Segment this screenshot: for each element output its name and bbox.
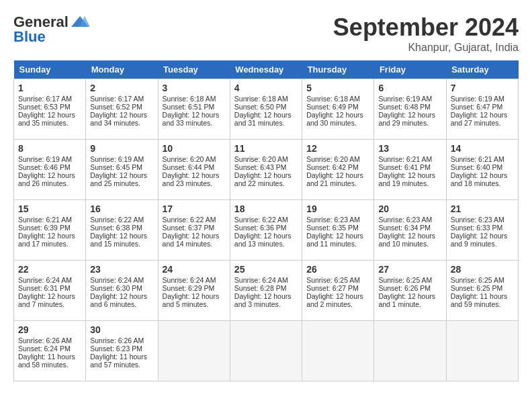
logo-blue: Blue (13, 28, 46, 46)
table-row: 6Sunrise: 6:19 AMSunset: 6:48 PMDaylight… (374, 79, 446, 140)
logo: General Blue (13, 13, 91, 46)
table-row (302, 321, 374, 381)
table-row: 29Sunrise: 6:26 AMSunset: 6:24 PMDayligh… (14, 321, 86, 381)
table-row: 1Sunrise: 6:17 AMSunset: 6:53 PMDaylight… (14, 79, 86, 140)
table-row: 2Sunrise: 6:17 AMSunset: 6:52 PMDaylight… (86, 79, 158, 140)
col-monday: Monday (86, 60, 158, 79)
col-wednesday: Wednesday (230, 60, 302, 79)
table-row (446, 321, 518, 381)
table-row: 16Sunrise: 6:22 AMSunset: 6:38 PMDayligh… (86, 200, 158, 261)
table-row: 8Sunrise: 6:19 AMSunset: 6:46 PMDaylight… (14, 140, 86, 200)
col-tuesday: Tuesday (158, 60, 230, 79)
logo-icon (70, 15, 90, 30)
table-row: 5Sunrise: 6:18 AMSunset: 6:49 PMDaylight… (302, 79, 374, 140)
header-row: Sunday Monday Tuesday Wednesday Thursday… (14, 60, 519, 79)
table-row: 20Sunrise: 6:23 AMSunset: 6:34 PMDayligh… (374, 200, 446, 261)
table-row: 14Sunrise: 6:21 AMSunset: 6:40 PMDayligh… (446, 140, 518, 200)
table-row: 19Sunrise: 6:23 AMSunset: 6:35 PMDayligh… (302, 200, 374, 261)
page-header: General Blue September 2024 Khanpur, Guj… (13, 13, 519, 54)
table-row: 7Sunrise: 6:19 AMSunset: 6:47 PMDaylight… (446, 79, 518, 140)
table-row: 26Sunrise: 6:25 AMSunset: 6:27 PMDayligh… (302, 261, 374, 321)
table-row: 28Sunrise: 6:25 AMSunset: 6:25 PMDayligh… (446, 261, 518, 321)
calendar-row-2: 8Sunrise: 6:19 AMSunset: 6:46 PMDaylight… (14, 140, 519, 200)
table-row: 24Sunrise: 6:24 AMSunset: 6:29 PMDayligh… (158, 261, 230, 321)
table-row: 18Sunrise: 6:22 AMSunset: 6:36 PMDayligh… (230, 200, 302, 261)
col-saturday: Saturday (446, 60, 518, 79)
table-row (230, 321, 302, 381)
title-block: September 2024 Khanpur, Gujarat, India (333, 13, 519, 54)
table-row: 22Sunrise: 6:24 AMSunset: 6:31 PMDayligh… (14, 261, 86, 321)
calendar-row-5: 29Sunrise: 6:26 AMSunset: 6:24 PMDayligh… (14, 321, 519, 381)
month-title: September 2024 (333, 13, 519, 42)
table-row: 13Sunrise: 6:21 AMSunset: 6:41 PMDayligh… (374, 140, 446, 200)
table-row: 9Sunrise: 6:19 AMSunset: 6:45 PMDaylight… (86, 140, 158, 200)
calendar-row-4: 22Sunrise: 6:24 AMSunset: 6:31 PMDayligh… (14, 261, 519, 321)
col-sunday: Sunday (14, 60, 86, 79)
table-row: 25Sunrise: 6:24 AMSunset: 6:28 PMDayligh… (230, 261, 302, 321)
table-row: 4Sunrise: 6:18 AMSunset: 6:50 PMDaylight… (230, 79, 302, 140)
table-row: 23Sunrise: 6:24 AMSunset: 6:30 PMDayligh… (86, 261, 158, 321)
calendar-table: Sunday Monday Tuesday Wednesday Thursday… (13, 60, 519, 381)
table-row: 17Sunrise: 6:22 AMSunset: 6:37 PMDayligh… (158, 200, 230, 261)
table-row: 3Sunrise: 6:18 AMSunset: 6:51 PMDaylight… (158, 79, 230, 140)
location: Khanpur, Gujarat, India (333, 42, 519, 54)
col-friday: Friday (374, 60, 446, 79)
table-row (374, 321, 446, 381)
table-row: 30Sunrise: 6:26 AMSunset: 6:23 PMDayligh… (86, 321, 158, 381)
calendar-row-3: 15Sunrise: 6:21 AMSunset: 6:39 PMDayligh… (14, 200, 519, 261)
table-row: 15Sunrise: 6:21 AMSunset: 6:39 PMDayligh… (14, 200, 86, 261)
table-row: 12Sunrise: 6:20 AMSunset: 6:42 PMDayligh… (302, 140, 374, 200)
table-row (158, 321, 230, 381)
col-thursday: Thursday (302, 60, 374, 79)
table-row: 27Sunrise: 6:25 AMSunset: 6:26 PMDayligh… (374, 261, 446, 321)
table-row: 21Sunrise: 6:23 AMSunset: 6:33 PMDayligh… (446, 200, 518, 261)
table-row: 10Sunrise: 6:20 AMSunset: 6:44 PMDayligh… (158, 140, 230, 200)
calendar-row-1: 1Sunrise: 6:17 AMSunset: 6:53 PMDaylight… (14, 79, 519, 140)
table-row: 11Sunrise: 6:20 AMSunset: 6:43 PMDayligh… (230, 140, 302, 200)
